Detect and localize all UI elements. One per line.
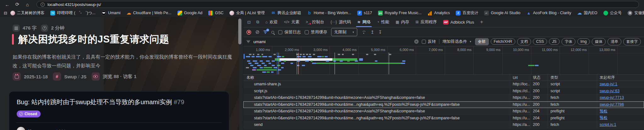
column-header-name[interactable]: 名称 — [243, 75, 510, 80]
waterfall-bar — [359, 58, 363, 61]
bookmark-item[interactable]: bHome - Bing Webm... — [307, 11, 351, 15]
issue-menu-icon[interactable]: … — [216, 128, 221, 130]
back-icon[interactable]: ← — [3, 1, 11, 8]
tab-application[interactable]: ⊞应用程序 — [412, 17, 440, 27]
filter-icon — [246, 40, 250, 43]
tab-memory[interactable]: ▦内存 — [393, 17, 412, 27]
overview-handle[interactable] — [244, 54, 245, 59]
clarity-icon: ▲ — [526, 11, 531, 15]
bookmark-item[interactable]: Google Ad — [178, 11, 202, 15]
inspect-element-icon[interactable]: ⊡ — [245, 17, 253, 27]
scrollbar-thumb[interactable] — [238, 19, 241, 44]
disable-cache-checkbox[interactable]: 禁用缓存 — [305, 29, 327, 35]
table-row[interactable]: stats?startAt=0&endAt=1763428714299&unit… — [243, 108, 644, 115]
initiator-link[interactable]: swup-js/:7713 — [600, 95, 624, 100]
issue-title[interactable]: Bug: 站内转跳时由于swup处理不当导致的多umami实例 #79 — [17, 98, 221, 106]
bookmark-item[interactable]: //s117 — [357, 11, 372, 15]
filter-toggle-icon[interactable] — [263, 31, 267, 34]
bookmark-item[interactable]: pxRoyalty Free Music... — [378, 11, 421, 15]
checkbox[interactable] — [422, 40, 426, 44]
sidebar-panel-icon[interactable]: ⊟ — [4, 11, 7, 15]
filter-pill[interactable]: JS — [549, 38, 560, 45]
memory-icon: ▦ — [396, 20, 399, 24]
address-bar[interactable]: i localhost:4321/posts/swup-js/ — [37, 1, 639, 8]
network-conditions-icon[interactable] — [361, 31, 366, 34]
bookmark-item[interactable]: 全局 | AList 管理 — [229, 10, 265, 16]
network-overview[interactable]: 1,000 ms2,000 ms3,000 ms4,000 ms5,000 ms… — [243, 46, 644, 75]
record-button[interactable] — [246, 30, 251, 35]
table-row[interactable]: stats?startAt=0&endAt=1763428714299&unit… — [243, 94, 644, 101]
bookmark-item[interactable]: ▲AcoFork Blog - Clarity — [526, 11, 571, 15]
initiator-link[interactable]: script.js:1 — [600, 122, 616, 127]
initiator-link[interactable]: swup-js/:7786 — [600, 102, 624, 107]
initiator-link[interactable]: swup-js/:1 — [600, 82, 617, 86]
filter-pill[interactable]: 清单 — [607, 38, 621, 45]
tag-js[interactable]: JS — [81, 74, 86, 79]
tab-network[interactable]: ≋网络 — [354, 17, 374, 27]
initiator-link[interactable]: swup-js/:63 — [600, 89, 619, 93]
checkbox[interactable] — [305, 30, 309, 34]
tab-elements[interactable]: </>元素 — [281, 17, 302, 27]
initiator-link[interactable]: 预检 — [600, 109, 607, 114]
throttling-select[interactable]: 无限制▼ — [331, 28, 357, 36]
table-row[interactable]: send https://a... 200 fetch script.js:1 — [243, 122, 644, 128]
issue-author[interactable]: Yamrc — [28, 129, 41, 130]
more-filters-dropdown[interactable]: 增加筛选条件▼ — [443, 39, 472, 44]
search-icon[interactable] — [271, 31, 274, 34]
avatar[interactable] — [17, 127, 25, 130]
waterfall-bar — [342, 54, 344, 55]
column-header-url[interactable]: Url — [510, 75, 530, 81]
preserve-log-checkbox[interactable]: 保留日志 — [278, 29, 301, 35]
filter-pill[interactable]: 字体 — [562, 38, 575, 45]
column-header-initiator[interactable]: 发起程序 — [597, 75, 644, 81]
waterfall-bar — [338, 54, 340, 55]
table-row[interactable]: stats?startAt=0&endAt=1763428714299&unit… — [243, 115, 644, 122]
export-har-icon[interactable]: ↧ — [378, 30, 382, 35]
waterfall-bar — [284, 60, 286, 62]
bookmark-item[interactable]: GSC — [208, 11, 223, 15]
clear-filter-icon[interactable]: ✕ — [414, 39, 419, 44]
bookmark-item[interactable]: 公众号 — [603, 10, 622, 16]
table-row[interactable]: script.js https://cl... 200 script swup-… — [243, 88, 644, 95]
filter-pill[interactable]: Img — [577, 38, 590, 45]
bookmark-item[interactable]: ⊕安徽财贸职业学院 — [628, 10, 644, 16]
tab-console[interactable]: >_控制台 — [303, 17, 328, 27]
filter-pill[interactable]: CSS — [533, 38, 547, 45]
column-header-status[interactable]: 状态 — [530, 75, 548, 81]
checkbox[interactable] — [278, 30, 282, 34]
tab-performance[interactable]: ◔性能 — [374, 17, 392, 27]
filter-pill[interactable]: 文档 — [517, 38, 531, 45]
import-har-icon[interactable]: ↥ — [370, 30, 374, 35]
github-issue-card: Bug: 站内转跳时由于swup处理不当导致的多umami实例 #79 ✓ Cl… — [9, 91, 229, 130]
invert-checkbox[interactable]: 反转 — [422, 39, 436, 44]
bookmark-item[interactable]: 二叉树树的博客 — [10, 10, 45, 16]
table-row-selected[interactable]: stats?startAt=0&endAt=1763428714299&unit… — [243, 101, 644, 108]
bookmark-item[interactable]: ✉腾讯企业邮箱 — [271, 10, 301, 16]
tab-adblock-plus[interactable]: ABPAdblock Plus — [440, 17, 477, 27]
site-info-icon[interactable]: i — [41, 3, 45, 7]
bookmark-item[interactable]: 2百度统计 — [456, 10, 478, 16]
filter-pill[interactable]: 套接字 — [623, 38, 641, 45]
more-tabs-icon[interactable]: + — [477, 17, 486, 27]
column-header-type[interactable]: 类型 — [548, 75, 597, 81]
waterfall-bar — [281, 67, 284, 68]
filter-pill[interactable]: 全部 — [475, 38, 489, 45]
tab-welcome[interactable]: ⌂欢迎 — [262, 17, 281, 27]
tag-swup[interactable]: Swup — [64, 74, 77, 79]
bookmark-item[interactable]: TV哔哩哔哩 ( ゜- ゜)つ... — [50, 10, 95, 16]
bookmark-item[interactable]: ☁Cloudflare | Web Pe... — [127, 11, 172, 15]
bookmark-item[interactable]: ☁国内EO — [577, 10, 597, 16]
bookmark-item[interactable]: Analytics — [427, 11, 450, 15]
bookmark-item[interactable]: Umami — [101, 11, 121, 15]
table-row[interactable]: umami-share.js http://loc... 200 script … — [243, 81, 644, 88]
clear-icon[interactable]: ⊘ — [255, 30, 259, 35]
filter-pill[interactable]: 媒体 — [592, 38, 606, 45]
bookmark-item[interactable]: ⌐Google AI Studio — [484, 11, 520, 15]
home-icon[interactable]: ⌂ — [23, 1, 31, 8]
filter-input[interactable]: umami — [253, 39, 411, 44]
reload-icon[interactable]: ⟳ — [13, 1, 21, 8]
tab-sources[interactable]: {⋯}源代码 — [327, 17, 354, 27]
device-toolbar-icon[interactable]: ⧉ — [253, 17, 262, 27]
initiator-link[interactable]: 预检 — [600, 115, 607, 121]
filter-pill[interactable]: Fetch/XHR — [491, 38, 516, 45]
